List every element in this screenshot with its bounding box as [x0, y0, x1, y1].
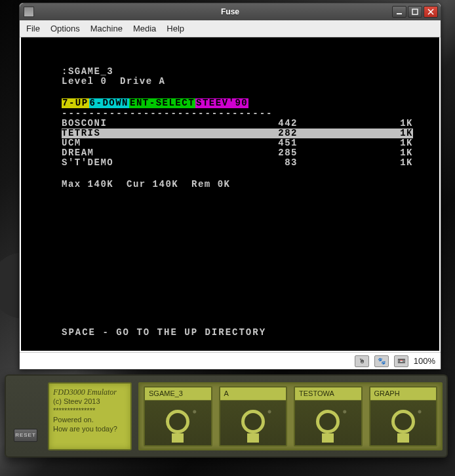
tape-icon[interactable]: 📼: [394, 355, 408, 367]
file-name: BOSCONI: [62, 119, 227, 129]
file-size: 1K: [298, 119, 413, 129]
menu-media[interactable]: Media: [133, 24, 156, 33]
drive-label: GRAPH: [370, 387, 437, 401]
level-line: Level 0 Drive A: [62, 77, 413, 87]
window-title: Fuse: [20, 7, 441, 16]
drive-b[interactable]: A: [219, 386, 288, 446]
floppy-icon: [145, 401, 211, 445]
file-row[interactable]: BOSCONI4421K: [62, 119, 413, 129]
fdd3000-panel: RESET FDD3000 Emulator (c) Steev 2013 **…: [5, 374, 448, 458]
drive-label: TESTOWA: [295, 387, 361, 401]
zoom-level: 100%: [414, 356, 435, 366]
floppy-icon: [220, 401, 287, 445]
nav-tag: STEEV'90: [195, 98, 248, 108]
app-icon: [24, 7, 34, 17]
drive-bay: SGAME_3 A TESTOWA GRAPH: [138, 382, 443, 450]
lcd-line: How are you today?: [53, 424, 127, 433]
file-row[interactable]: S'T'DEMO831K: [62, 158, 413, 168]
menu-file[interactable]: File: [26, 24, 40, 33]
fdd-lcd: FDD3000 Emulator (c) Steev 2013 ********…: [48, 382, 132, 450]
lcd-line: Powered on.: [53, 415, 127, 424]
file-size: 1K: [298, 138, 413, 148]
footer-hint: SPACE - GO TO THE UP DIRECTORY: [62, 327, 266, 338]
nav-bar: 7-UP 6-DOWN ENT-SELECT STEEV'90: [62, 98, 413, 108]
nav-up: 7-UP: [62, 98, 89, 108]
statusbar: 🖱 🐾 📼 100%: [20, 352, 441, 369]
file-size: 1K: [298, 129, 413, 138]
disk-status: Max 140K Cur 140K Rem 0K: [62, 180, 413, 189]
file-number: 282: [227, 129, 298, 138]
drive-label: A: [220, 387, 287, 401]
titlebar-controls: [392, 6, 441, 18]
drive-label: SGAME_3: [145, 387, 211, 401]
file-number: 442: [227, 119, 298, 129]
file-row[interactable]: TETRIS2821K: [62, 129, 413, 138]
mouse-icon[interactable]: 🖱: [355, 355, 369, 367]
file-name: S'T'DEMO: [62, 158, 227, 168]
file-size: 1K: [298, 148, 413, 158]
file-row[interactable]: DREAM2851K: [62, 148, 413, 158]
emulator-screen[interactable]: :SGAME_3 Level 0 Drive A 7-UP 6-DOWN ENT…: [21, 37, 439, 351]
floppy-icon: [295, 401, 361, 445]
close-button[interactable]: [424, 6, 438, 18]
maximize-button[interactable]: [408, 6, 422, 18]
file-number: 285: [227, 148, 298, 158]
fuse-window: Fuse File Options Machine Media Help :SG…: [19, 3, 441, 370]
divider: -------------------------------: [62, 109, 413, 119]
nav-down: 6-DOWN: [89, 98, 129, 108]
file-number: 451: [227, 138, 298, 148]
file-number: 83: [227, 158, 298, 168]
menu-help[interactable]: Help: [167, 24, 184, 33]
titlebar[interactable]: Fuse: [20, 3, 441, 20]
menu-machine[interactable]: Machine: [90, 24, 123, 33]
file-name: TETRIS: [62, 129, 227, 138]
lcd-line: (c) Steev 2013: [53, 397, 127, 406]
svg-rect-1: [412, 9, 418, 14]
file-name: UCM: [62, 138, 227, 148]
file-name: DREAM: [62, 148, 227, 158]
drive-c[interactable]: TESTOWA: [294, 386, 363, 446]
svg-rect-0: [397, 13, 402, 14]
nav-select: ENT-SELECT: [129, 98, 195, 108]
lcd-line: FDD3000 Emulator: [53, 387, 127, 397]
drive-a[interactable]: SGAME_3: [144, 386, 212, 446]
file-row[interactable]: UCM4511K: [62, 138, 413, 148]
drive-d[interactable]: GRAPH: [369, 386, 438, 446]
prompt-path: :SGAME_3: [62, 67, 413, 77]
minimize-button[interactable]: [392, 6, 406, 18]
menu-options[interactable]: Options: [50, 24, 80, 33]
file-list: BOSCONI4421KTETRIS2821KUCM4511KDREAM2851…: [62, 119, 413, 168]
reset-button[interactable]: RESET: [14, 429, 37, 442]
menubar: File Options Machine Media Help: [20, 20, 441, 37]
lcd-line: ***************: [53, 406, 127, 415]
floppy-icon: [370, 401, 437, 445]
paw-icon[interactable]: 🐾: [374, 355, 389, 367]
file-size: 1K: [298, 158, 413, 168]
